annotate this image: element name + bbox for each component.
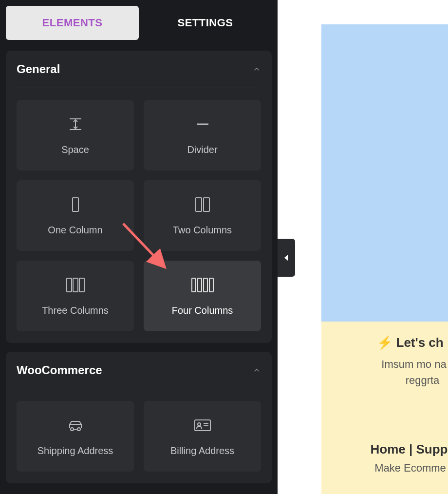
divider-icon <box>194 115 211 133</box>
element-shipping-address[interactable]: Shipping Address <box>17 401 134 472</box>
chevron-up-icon <box>252 65 261 74</box>
tab-bar: ELEMENTS SETTINGS <box>6 6 272 40</box>
element-label: Shipping Address <box>37 445 113 456</box>
space-icon <box>68 115 83 133</box>
bolt-icon: ⚡ <box>377 335 392 350</box>
section-woocommerce: WooCommerce Shipping Address Billing Add… <box>6 352 272 483</box>
two-columns-icon <box>193 195 212 214</box>
svg-rect-7 <box>67 278 72 292</box>
svg-rect-8 <box>73 278 78 292</box>
svg-point-15 <box>71 428 74 431</box>
general-element-grid: Space Divider One Column Two Columns <box>17 100 261 331</box>
shipping-icon <box>66 416 85 435</box>
element-space[interactable]: Space <box>17 100 134 171</box>
preview-pane: ⚡ Let's ch Imsum mo na reggrta Home | Su… <box>321 24 448 494</box>
element-label: Four Columns <box>172 305 233 316</box>
element-label: Space <box>61 144 89 155</box>
element-label: Three Columns <box>42 305 109 316</box>
svg-rect-9 <box>79 278 84 292</box>
editor-sidebar: ELEMENTS SETTINGS General Space Divider <box>0 0 278 494</box>
woocommerce-element-grid: Shipping Address Billing Address <box>17 401 261 472</box>
tab-elements[interactable]: ELEMENTS <box>6 6 139 40</box>
svg-rect-4 <box>73 198 78 211</box>
element-label: Divider <box>187 144 217 155</box>
three-columns-icon <box>65 276 86 294</box>
preview-footer-sub: Make Ecomme <box>321 462 448 475</box>
preview-footer-links: Home | Supp <box>321 442 448 457</box>
four-columns-icon <box>190 276 215 294</box>
element-one-column[interactable]: One Column <box>17 180 134 251</box>
svg-rect-5 <box>196 198 202 211</box>
section-general: General Space Divider One Column <box>6 51 272 343</box>
svg-rect-6 <box>204 198 209 211</box>
chevron-up-icon <box>252 366 261 375</box>
section-general-header[interactable]: General <box>17 62 261 88</box>
element-billing-address[interactable]: Billing Address <box>144 401 261 472</box>
collapse-sidebar-button[interactable] <box>278 239 295 277</box>
preview-hero-block <box>321 24 448 322</box>
svg-marker-22 <box>284 255 288 261</box>
preview-headline: ⚡ Let's ch <box>321 335 448 350</box>
svg-point-19 <box>198 423 201 426</box>
section-general-title: General <box>17 62 60 76</box>
element-three-columns[interactable]: Three Columns <box>17 261 134 331</box>
svg-rect-13 <box>209 278 213 292</box>
one-column-icon <box>70 195 81 214</box>
svg-rect-10 <box>192 278 196 292</box>
element-two-columns[interactable]: Two Columns <box>144 180 261 251</box>
svg-point-16 <box>77 428 80 431</box>
billing-icon <box>193 416 212 435</box>
svg-rect-11 <box>198 278 202 292</box>
preview-content-block: ⚡ Let's ch Imsum mo na reggrta Home | Su… <box>321 322 448 494</box>
svg-rect-12 <box>204 278 207 292</box>
element-four-columns[interactable]: Four Columns <box>144 261 261 331</box>
section-woocommerce-title: WooCommerce <box>17 363 102 377</box>
element-divider[interactable]: Divider <box>144 100 261 171</box>
element-label: Two Columns <box>173 225 232 236</box>
element-label: One Column <box>48 225 102 236</box>
element-label: Billing Address <box>170 445 234 456</box>
preview-subtext-2: reggrta <box>321 372 448 388</box>
section-woocommerce-header[interactable]: WooCommerce <box>17 363 261 389</box>
preview-subtext-1: Imsum mo na <box>321 356 448 372</box>
triangle-left-icon <box>283 254 289 262</box>
tab-settings[interactable]: SETTINGS <box>139 6 272 40</box>
